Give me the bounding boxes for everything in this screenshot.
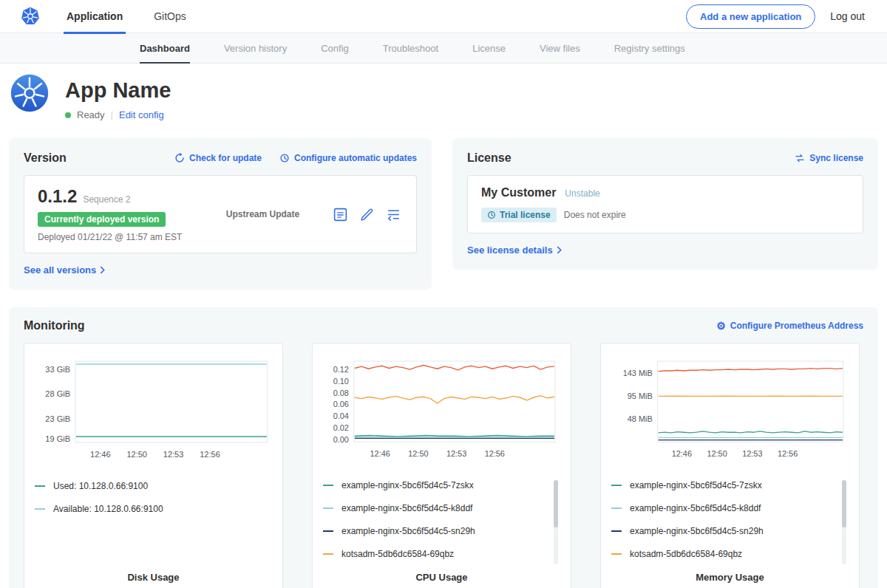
status-divider: |: [111, 109, 113, 120]
license-customer-name: My Customer: [481, 186, 556, 199]
legend-label: Used: 10.128.0.66:9100: [53, 481, 148, 491]
legend-color-dash: [35, 485, 45, 487]
version-panel: Version Check for update Configure autom…: [9, 138, 432, 290]
sync-arrows-icon: [795, 153, 805, 163]
version-number: 0.1.2: [38, 186, 77, 207]
x-axis-label: 12:46: [90, 450, 111, 459]
subnav-item-version-history[interactable]: Version history: [207, 33, 304, 63]
x-axis-label: 12:53: [742, 449, 762, 458]
chart-title: CPU Usage: [323, 572, 560, 586]
trial-license-label: Trial license: [500, 210, 551, 220]
legend-color-dash: [35, 508, 45, 510]
subnav-label: Version history: [224, 43, 287, 54]
disk-usage-plot: 19 GiB23 GiB28 GiB33 GiB12:4612:5012:531…: [35, 355, 272, 463]
configure-automatic-updates-button[interactable]: Configure automatic updates: [279, 153, 417, 163]
subnav-item-dashboard[interactable]: Dashboard: [123, 33, 207, 63]
x-axis-label: 12:56: [778, 449, 798, 458]
y-axis-label: 48 MiB: [628, 414, 653, 423]
legend-color-dash: [611, 530, 622, 532]
license-card: My Customer Unstable Trial license Does …: [467, 175, 863, 233]
sync-license-button[interactable]: Sync license: [795, 153, 863, 163]
y-axis-label: 0.12: [333, 365, 349, 374]
legend-scrollbar[interactable]: [842, 480, 846, 564]
legend-color-dash: [611, 507, 622, 509]
monitoring-title: Monitoring: [24, 319, 85, 332]
subnav-item-registry-settings[interactable]: Registry settings: [597, 33, 702, 63]
tab-gitops[interactable]: GitOps: [154, 0, 186, 33]
license-channel: Unstable: [565, 188, 599, 199]
pencil-icon: [359, 207, 375, 222]
x-axis-label: 12:46: [672, 449, 692, 458]
plot-area: [658, 361, 843, 442]
see-license-details-label: See license details: [467, 245, 553, 256]
see-all-versions-link[interactable]: See all versions: [24, 264, 105, 276]
configure-prometheus-button[interactable]: ⚙ Configure Prometheus Address: [716, 321, 863, 331]
x-axis-label: 12:56: [200, 450, 220, 459]
app-subnav: Dashboard Version history Config Trouble…: [0, 33, 887, 64]
legend-item: example-nginx-5bc6f5d4c5-sn29h: [611, 526, 835, 536]
legend-scrollbar-thumb[interactable]: [842, 480, 846, 527]
gear-icon: ⚙: [716, 321, 726, 331]
check-for-update-button[interactable]: Check for update: [174, 153, 262, 163]
chart-title: Memory Usage: [611, 572, 849, 586]
legend-item: kotsadm-5db6dc6584-69qbz: [323, 549, 547, 559]
y-axis-label: 0.08: [333, 389, 349, 397]
kubernetes-logo-icon: [21, 7, 40, 26]
edit-config-link[interactable]: Edit config: [119, 109, 164, 120]
plot-area: [75, 361, 268, 442]
chart-title: Disk Usage: [35, 572, 272, 586]
currently-deployed-badge: Currently deployed version: [38, 212, 166, 227]
tab-gitops-label: GitOps: [154, 10, 186, 22]
legend-label: example-nginx-5bc6f5d4c5-k8ddf: [341, 503, 472, 513]
legend-item: example-nginx-5bc6f5d4c5-sn29h: [323, 526, 547, 536]
legend-item: example-nginx-5bc6f5d4c5-k8ddf: [323, 503, 547, 513]
chart-card-cpu-usage: 0.000.020.040.060.080.100.1212:4612:5012…: [312, 343, 571, 588]
legend-scrollbar-thumb[interactable]: [554, 480, 558, 527]
subnav-item-view-files[interactable]: View files: [523, 33, 597, 63]
view-diff-button[interactable]: [384, 205, 403, 224]
x-axis-label: 12:50: [408, 449, 428, 458]
legend-item: kotsadm-5db6dc6584-69qbz: [611, 549, 835, 559]
chevron-right-icon: [557, 246, 562, 254]
see-all-versions-label: See all versions: [24, 264, 96, 276]
x-axis-label: 12:50: [126, 450, 147, 459]
legend-label: kotsadm-5db6dc6584-69qbz: [630, 549, 742, 559]
legend-label: example-nginx-5bc6f5d4c5-k8ddf: [630, 503, 761, 513]
edit-config-version-button[interactable]: [358, 205, 376, 224]
logout-link[interactable]: Log out: [830, 10, 865, 22]
release-notes-button[interactable]: [331, 205, 350, 224]
x-axis-label: 12:46: [370, 449, 390, 458]
subnav-label: Troubleshoot: [383, 43, 438, 54]
legend-color-dash: [323, 507, 333, 509]
subnav-item-license[interactable]: License: [455, 33, 523, 63]
upstream-update-label: Upstream Update: [194, 209, 331, 219]
subnav-label: Registry settings: [614, 43, 685, 54]
trial-license-badge: Trial license: [481, 208, 557, 222]
chevron-right-icon: [100, 266, 105, 274]
license-panel-title: License: [467, 151, 512, 165]
y-axis-label: 0.04: [333, 411, 349, 420]
y-axis-label: 28 GiB: [45, 389, 70, 398]
page-title: App Name: [65, 78, 171, 103]
tab-application-label: Application: [67, 10, 123, 22]
subnav-item-config[interactable]: Config: [304, 33, 366, 63]
legend-item: Available: 10.128.0.66:9100: [35, 504, 259, 514]
app-logo-icon: [10, 74, 49, 120]
chart-card-memory-usage: 48 MiB95 MiB143 MiB12:4612:5012:5312:56 …: [600, 343, 860, 588]
trial-clock-icon: [487, 211, 496, 219]
legend-color-dash: [323, 530, 333, 532]
chart-card-disk-usage: 19 GiB23 GiB28 GiB33 GiB12:4612:5012:531…: [24, 343, 283, 588]
legend-scrollbar[interactable]: [554, 480, 558, 564]
subnav-item-troubleshoot[interactable]: Troubleshoot: [366, 33, 455, 63]
x-axis-label: 12:50: [707, 449, 727, 458]
y-axis-label: 33 GiB: [45, 365, 70, 374]
version-sequence: Sequence 2: [83, 194, 130, 205]
see-license-details-link[interactable]: See license details: [467, 245, 562, 256]
tab-application[interactable]: Application: [67, 0, 123, 33]
add-new-application-button[interactable]: Add a new application: [686, 4, 815, 29]
license-expiry-text: Does not expire: [564, 210, 626, 220]
cpu-usage-legend: example-nginx-5bc6f5d4c5-7zskxexample-ng…: [323, 480, 560, 572]
legend-color-dash: [323, 485, 333, 486]
configure-automatic-updates-label: Configure automatic updates: [294, 153, 417, 163]
x-axis-label: 12:53: [163, 450, 184, 459]
